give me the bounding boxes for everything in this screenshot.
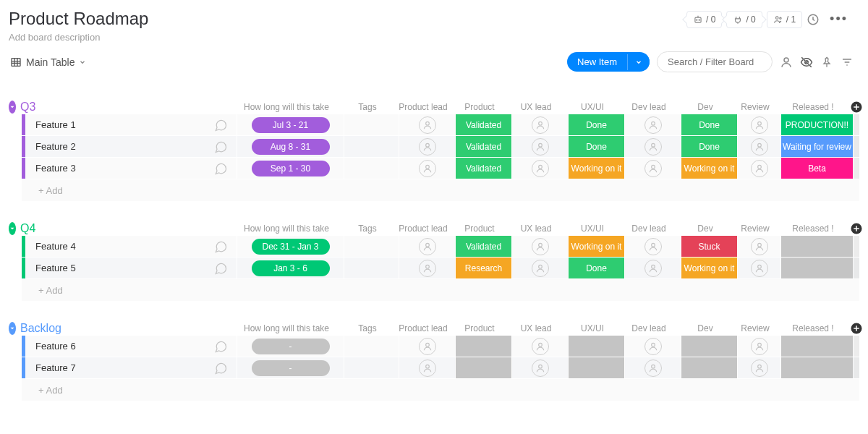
- column-header-dev_lead[interactable]: Dev lead: [621, 102, 677, 112]
- column-header-review[interactable]: Review: [733, 102, 777, 112]
- person-cell[interactable]: [511, 258, 568, 278]
- person-cell[interactable]: [399, 258, 455, 278]
- conversation-button[interactable]: [205, 114, 237, 135]
- person-cell[interactable]: [737, 236, 780, 257]
- person-cell[interactable]: [737, 258, 780, 278]
- person-cell[interactable]: [624, 114, 681, 135]
- timeline-cell[interactable]: -: [237, 357, 344, 378]
- conversation-button[interactable]: [205, 357, 237, 378]
- table-row[interactable]: Feature 1 Jul 3 - 21 Validated Done Done…: [22, 114, 859, 136]
- conversation-button[interactable]: [205, 258, 237, 278]
- person-cell[interactable]: [511, 236, 568, 257]
- table-row[interactable]: Feature 3 Sep 1 - 30 Validated Working o…: [22, 158, 859, 179]
- person-cell[interactable]: [511, 336, 568, 357]
- tags-cell[interactable]: [344, 336, 399, 357]
- status-cell[interactable]: Beta: [780, 158, 853, 179]
- integrations-button[interactable]: / 0: [726, 11, 762, 28]
- table-row[interactable]: Feature 5 Jan 3 - 6 Research Done Workin…: [22, 258, 859, 279]
- add-item-row[interactable]: + Add: [22, 179, 859, 201]
- status-cell[interactable]: [780, 258, 853, 278]
- tags-cell[interactable]: [344, 258, 399, 278]
- person-cell[interactable]: [737, 336, 780, 357]
- column-header-released[interactable]: Released !: [777, 224, 849, 234]
- person-cell[interactable]: [624, 158, 681, 179]
- tags-cell[interactable]: [344, 158, 399, 179]
- timeline-cell[interactable]: Dec 31 - Jan 3: [237, 236, 344, 257]
- status-cell[interactable]: Done: [568, 114, 624, 135]
- group-collapse-toggle[interactable]: [9, 222, 16, 235]
- new-item-dropdown[interactable]: [627, 54, 650, 70]
- column-header-duration[interactable]: How long will this take: [233, 323, 340, 333]
- person-cell[interactable]: [624, 357, 681, 378]
- add-item-row[interactable]: + Add: [22, 379, 859, 401]
- person-cell[interactable]: [737, 114, 780, 135]
- person-cell[interactable]: [511, 357, 568, 378]
- column-header-ux_lead[interactable]: UX lead: [508, 102, 564, 112]
- table-row[interactable]: Feature 7 -: [22, 357, 859, 379]
- status-cell[interactable]: PRODUCTION!!: [780, 114, 853, 135]
- column-header-dev_lead[interactable]: Dev lead: [621, 224, 677, 234]
- person-cell[interactable]: [624, 258, 681, 278]
- status-cell[interactable]: [455, 357, 511, 378]
- person-cell[interactable]: [399, 357, 455, 378]
- status-cell[interactable]: [568, 336, 624, 357]
- column-header-product[interactable]: Product: [451, 323, 508, 333]
- status-cell[interactable]: Validated: [455, 236, 511, 257]
- status-cell[interactable]: Stuck: [681, 236, 737, 257]
- item-name[interactable]: Feature 3: [25, 158, 205, 179]
- column-header-product_lead[interactable]: Product lead: [395, 323, 451, 333]
- status-cell[interactable]: Done: [681, 114, 737, 135]
- timeline-cell[interactable]: Aug 8 - 31: [237, 136, 344, 157]
- status-cell[interactable]: [780, 357, 853, 378]
- status-cell[interactable]: [780, 336, 853, 357]
- item-name[interactable]: Feature 1: [25, 114, 205, 135]
- conversation-button[interactable]: [205, 158, 237, 179]
- person-cell[interactable]: [737, 158, 780, 179]
- status-cell[interactable]: Waiting for review: [780, 136, 853, 157]
- status-cell[interactable]: Validated: [455, 136, 511, 157]
- column-header-duration[interactable]: How long will this take: [233, 224, 340, 234]
- column-header-released[interactable]: Released !: [777, 102, 849, 112]
- column-header-ux_lead[interactable]: UX lead: [508, 323, 564, 333]
- status-cell[interactable]: [780, 236, 853, 257]
- item-name[interactable]: Feature 7: [25, 357, 205, 378]
- item-name[interactable]: Feature 5: [25, 258, 205, 278]
- column-header-review[interactable]: Review: [733, 323, 777, 333]
- status-cell[interactable]: Research: [455, 258, 511, 278]
- table-row[interactable]: Feature 4 Dec 31 - Jan 3 Validated Worki…: [22, 236, 859, 258]
- tags-cell[interactable]: [344, 136, 399, 157]
- column-header-tags[interactable]: Tags: [340, 102, 395, 112]
- person-cell[interactable]: [399, 136, 455, 157]
- status-cell[interactable]: [568, 357, 624, 378]
- activity-button[interactable]: [807, 13, 820, 26]
- conversation-button[interactable]: [205, 236, 237, 257]
- more-options-button[interactable]: •••: [824, 9, 854, 30]
- column-header-product[interactable]: Product: [451, 102, 508, 112]
- add-item-row[interactable]: + Add: [22, 279, 859, 301]
- timeline-cell[interactable]: Jul 3 - 21: [237, 114, 344, 135]
- column-header-uxui[interactable]: UX/UI: [564, 323, 621, 333]
- conversation-button[interactable]: [205, 336, 237, 357]
- hide-button[interactable]: [800, 56, 813, 69]
- view-selector[interactable]: Main Table: [10, 56, 86, 68]
- add-column-button[interactable]: [849, 221, 864, 236]
- column-header-dev_lead[interactable]: Dev lead: [621, 323, 677, 333]
- new-item-button[interactable]: New Item: [567, 52, 650, 72]
- search-input[interactable]: [657, 51, 773, 72]
- column-header-ux_lead[interactable]: UX lead: [508, 224, 564, 234]
- item-name[interactable]: Feature 6: [25, 336, 205, 357]
- status-cell[interactable]: Working on it: [681, 158, 737, 179]
- person-cell[interactable]: [624, 136, 681, 157]
- person-cell[interactable]: [624, 336, 681, 357]
- item-name[interactable]: Feature 4: [25, 236, 205, 257]
- person-cell[interactable]: [511, 158, 568, 179]
- person-cell[interactable]: [399, 114, 455, 135]
- column-header-dev[interactable]: Dev: [677, 224, 733, 234]
- status-cell[interactable]: Working on it: [568, 158, 624, 179]
- person-cell[interactable]: [511, 136, 568, 157]
- person-cell[interactable]: [399, 336, 455, 357]
- column-header-tags[interactable]: Tags: [340, 224, 395, 234]
- pin-button[interactable]: [820, 56, 833, 69]
- column-header-product_lead[interactable]: Product lead: [395, 102, 451, 112]
- tags-cell[interactable]: [344, 114, 399, 135]
